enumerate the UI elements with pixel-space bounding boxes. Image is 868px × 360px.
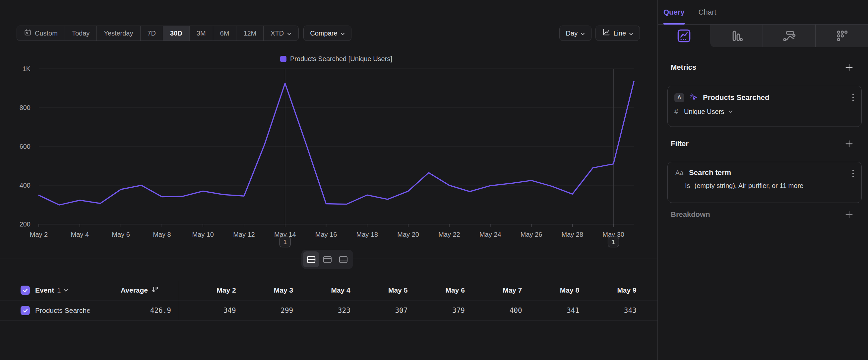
- results-table: Event 1 Average May 2 May 3: [0, 280, 657, 321]
- column-header: May 3: [236, 286, 293, 294]
- range-xtd-button[interactable]: XTD: [264, 26, 299, 40]
- svg-text:800: 800: [20, 104, 31, 111]
- svg-text:200: 200: [20, 221, 31, 228]
- range-12m-button[interactable]: 12M: [237, 26, 264, 40]
- select-all-checkbox[interactable]: [21, 286, 30, 295]
- string-property-icon: Aa: [674, 169, 684, 177]
- range-custom-button[interactable]: Custom: [17, 26, 65, 40]
- measure-dropdown[interactable]: Unique Users: [684, 108, 724, 116]
- svg-text:May 2: May 2: [30, 231, 48, 238]
- retention-dots-icon: [835, 29, 849, 43]
- svg-text:May 18: May 18: [356, 231, 378, 238]
- sort-icon[interactable]: [151, 286, 159, 295]
- average-value: 426.9: [150, 307, 171, 314]
- panel-tabs: Query Chart: [658, 0, 868, 25]
- cell-value: 343: [579, 307, 637, 314]
- chart-type-flow-tab[interactable]: [763, 25, 815, 47]
- breakdown-section-header: Breakdown: [671, 210, 854, 220]
- range-3m-button[interactable]: 3M: [190, 26, 213, 40]
- chart-type-line-tab[interactable]: [658, 25, 710, 47]
- svg-text:May 8: May 8: [153, 231, 171, 238]
- plus-icon: [844, 62, 854, 73]
- chevron-down-icon: [287, 30, 291, 37]
- metric-event-name[interactable]: Products Searched: [703, 93, 770, 102]
- calendar-icon: [24, 29, 31, 38]
- svg-text:May 4: May 4: [71, 231, 89, 238]
- analytics-app: Custom Today Yesterday 7D 30D 3M 6M 12M …: [0, 0, 868, 360]
- svg-text:May 26: May 26: [521, 231, 542, 238]
- svg-text:May 12: May 12: [233, 231, 255, 238]
- chart-legend: Products Searched [Unique Users]: [280, 55, 392, 63]
- svg-text:600: 600: [20, 143, 31, 150]
- column-header: May 8: [522, 286, 580, 294]
- range-today-button[interactable]: Today: [65, 26, 97, 40]
- chevron-down-icon: [629, 30, 633, 37]
- cell-value: 379: [407, 307, 465, 314]
- column-header: May 6: [407, 286, 465, 294]
- average-column-header: Average: [121, 286, 148, 294]
- cell-value: 299: [236, 307, 293, 314]
- layout-table-only-button[interactable]: [335, 251, 351, 267]
- svg-text:May 6: May 6: [112, 231, 130, 238]
- add-metric-button[interactable]: [844, 62, 854, 73]
- filter-operator[interactable]: Is: [685, 182, 690, 190]
- event-dropdown[interactable]: Event 1: [35, 286, 68, 294]
- table-column-divider: [179, 281, 179, 321]
- range-6m-button[interactable]: 6M: [213, 26, 237, 40]
- range-yesterday-button[interactable]: Yesterday: [97, 26, 140, 40]
- cell-value: 323: [293, 307, 350, 314]
- tab-query[interactable]: Query: [663, 0, 685, 25]
- filter-card[interactable]: Aa Search term Is (empty string), Air pu…: [668, 162, 862, 203]
- date-range-group: Custom Today Yesterday 7D 30D 3M 6M 12M …: [17, 26, 299, 41]
- layout-chart-only-button[interactable]: [319, 251, 336, 267]
- column-header: May 4: [293, 286, 350, 294]
- layout-split-button[interactable]: [303, 251, 319, 267]
- interval-dropdown[interactable]: Day: [559, 26, 592, 41]
- add-filter-button[interactable]: [844, 139, 854, 149]
- filter-value[interactable]: (empty string), Air purifier, or 11 more: [694, 182, 804, 190]
- chart-type-bar-tab[interactable]: [710, 25, 763, 47]
- filter-property-name[interactable]: Search term: [689, 168, 731, 177]
- cell-value: 307: [350, 307, 408, 314]
- svg-text:1: 1: [612, 239, 615, 245]
- metrics-title: Metrics: [671, 63, 696, 72]
- segmentation-chart-icon: [677, 29, 691, 43]
- event-sparkle-cursor-icon: [689, 92, 698, 103]
- svg-text:400: 400: [20, 182, 31, 189]
- chevron-down-icon: [728, 110, 733, 113]
- metric-card[interactable]: A Products Searched # Unique Users: [668, 86, 862, 127]
- svg-text:1K: 1K: [23, 65, 31, 73]
- chart-type-dropdown[interactable]: Line: [595, 26, 640, 41]
- cell-value: 400: [465, 307, 522, 314]
- measure-type-icon: #: [674, 108, 680, 116]
- column-header: May 2: [179, 286, 236, 294]
- query-panel: Query Chart: [657, 0, 868, 360]
- range-30d-button[interactable]: 30D: [163, 26, 190, 40]
- table-header-row: Event 1 Average May 2 May 3: [0, 280, 657, 301]
- chevron-down-icon: [581, 30, 585, 37]
- range-7d-button[interactable]: 7D: [141, 26, 163, 40]
- svg-text:May 28: May 28: [562, 231, 584, 238]
- column-header: May 9: [579, 286, 637, 294]
- column-header: May 7: [465, 286, 522, 294]
- chevron-down-icon: [341, 30, 345, 37]
- range-label: Custom: [35, 30, 58, 37]
- chart-toolbar: Custom Today Yesterday 7D 30D 3M 6M 12M …: [17, 26, 640, 41]
- metric-kebab-menu[interactable]: [852, 93, 854, 103]
- row-checkbox[interactable]: [21, 306, 30, 315]
- layout-toggle-group: [301, 250, 353, 269]
- line-chart: 2004006008001KMay 2May 4May 6May 8May 10…: [0, 53, 657, 261]
- tab-chart[interactable]: Chart: [699, 0, 716, 25]
- compare-button[interactable]: Compare: [303, 26, 351, 41]
- filter-kebab-menu[interactable]: [852, 169, 854, 179]
- chart-canvas[interactable]: 2004006008001KMay 2May 4May 6May 8May 10…: [0, 53, 657, 261]
- plus-icon: [844, 210, 854, 220]
- svg-text:May 22: May 22: [438, 231, 460, 238]
- row-event-label[interactable]: Products Searched [Un...: [35, 307, 90, 314]
- legend-swatch: [280, 56, 286, 62]
- add-breakdown-button[interactable]: [844, 210, 854, 220]
- chart-type-tabs: [658, 25, 868, 47]
- user-flow-icon: [782, 29, 796, 43]
- line-chart-icon: [602, 28, 610, 38]
- chart-type-retention-tab[interactable]: [815, 25, 868, 47]
